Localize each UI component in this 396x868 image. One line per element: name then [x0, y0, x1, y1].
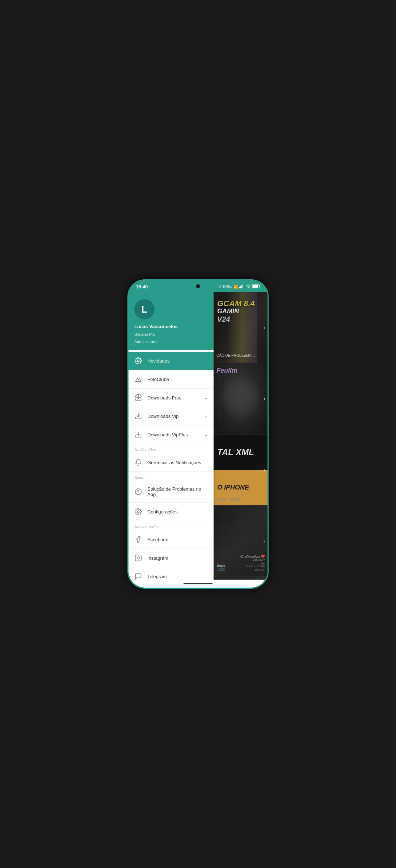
solucao-label: Solução de Problemas no App — [147, 486, 208, 497]
main-content: L Lucas Vasconcelos Usuário Pro Administ… — [129, 292, 267, 580]
card4-info: rZ_aMonaliza ❤️ 216.8MP .jpg 12750 x 170… — [240, 555, 265, 571]
gcam-line1: GCAM 8.4 — [217, 299, 257, 308]
phone-frame: 16:40 0.1KB/s 📶 L Luca — [127, 279, 269, 589]
gcam-line2: GAMIN — [217, 308, 257, 315]
card4-filename: .jpg — [240, 562, 265, 565]
section-ajuda: Ajuda — [129, 472, 214, 481]
card1-chevron: › — [264, 324, 265, 331]
user-role1: Usuário Pro — [134, 332, 208, 336]
card4-dims: 12750 x 17000 — [240, 565, 265, 568]
image-icon: 📷 — [216, 563, 226, 571]
card3-chevron: › — [264, 467, 265, 473]
card4-username: rZ_aMonaliza ❤️ — [240, 555, 265, 558]
sidebar-item-novidades[interactable]: Novidades — [129, 352, 214, 370]
user-name: Lucas Vasconcelos — [134, 324, 208, 329]
help-circle-icon — [134, 488, 142, 496]
face-text: Feulim — [216, 367, 237, 374]
sidebar-item-notificacoes[interactable]: Gerenciar as Notificações — [129, 453, 214, 472]
gcam-line3: V24 — [217, 315, 257, 323]
facebook-icon — [134, 535, 142, 543]
card4-chevron: › — [264, 538, 265, 545]
configuracoes-label: Configurações — [147, 509, 208, 515]
card4-resolution: 216.8MP — [240, 558, 265, 562]
chevron-down-icon-vipplus: ⌄ — [204, 432, 208, 437]
sidebar-item-downloads-vipplus[interactable]: Downloads VipPlus ⌄ — [129, 425, 214, 444]
sidebar-item-telegram[interactable]: Telegram — [129, 567, 214, 580]
sidebar-item-fotoclube[interactable]: FotoClube — [129, 370, 214, 389]
sidebar-item-instagram[interactable]: Instagram — [129, 549, 214, 567]
sidebar-item-downloads-free[interactable]: Downloads Free ⌄ — [129, 389, 214, 407]
sidebar-item-facebook[interactable]: Facebook — [129, 530, 214, 549]
sidebar-nav: Novidades FotoClube — [129, 350, 214, 580]
download-vipplus-icon — [134, 431, 142, 439]
downloads-free-label: Downloads Free — [147, 395, 199, 401]
telegram-icon — [134, 572, 142, 580]
battery-icon — [252, 284, 260, 289]
svg-rect-0 — [239, 287, 240, 288]
fotoclube-label: FotoClube — [147, 377, 208, 382]
notificacoes-label: Gerenciar as Notificações — [147, 460, 208, 465]
svg-rect-1 — [240, 286, 241, 288]
xml-top-text: TAL XML — [217, 447, 254, 457]
xml-bottom-text: O IPHONE — [217, 484, 249, 491]
svg-rect-3 — [243, 284, 243, 288]
download-vip-icon — [134, 412, 142, 420]
mountain-icon — [134, 375, 142, 383]
downloads-vipplus-label: Downloads VipPlus — [147, 432, 199, 437]
home-bar — [184, 583, 212, 584]
avatar: L — [134, 299, 155, 319]
bluetooth-icon: 📶 — [233, 285, 238, 289]
chevron-down-icon: ⌄ — [204, 395, 208, 400]
svg-point-4 — [248, 288, 249, 288]
sidebar-item-downloads-vip[interactable]: Downloads Vip ⌄ — [129, 407, 214, 425]
network-speed: 0.1KB/s — [219, 285, 232, 289]
phone-screen: 16:40 0.1KB/s 📶 L Luca — [129, 280, 267, 588]
wifi-icon — [246, 284, 251, 289]
sidebar: L Lucas Vasconcelos Usuário Pro Administ… — [129, 292, 214, 580]
bell-icon — [134, 458, 142, 466]
instagram-icon — [134, 554, 142, 562]
novidades-label: Novidades — [147, 358, 208, 364]
right-content: GCAM 8.4 GAMIN V24 ÇÃO DE PROBLEMAS COM … — [214, 292, 267, 580]
card-photo[interactable]: 📷 rZ_aMonaliza ❤️ 216.8MP .jpg 12750 x 1… — [214, 506, 267, 576]
signal-icon — [239, 284, 244, 289]
section-notificacoes: Notificações — [129, 444, 214, 453]
card-face[interactable]: Feulim › — [214, 363, 267, 434]
card-xml[interactable]: TAL XML O IPHONE AYHI - PRO › — [214, 435, 267, 505]
svg-rect-6 — [253, 285, 258, 288]
sidebar-header: L Lucas Vasconcelos Usuário Pro Administ… — [129, 292, 214, 350]
card-gcam[interactable]: GCAM 8.4 GAMIN V24 ÇÃO DE PROBLEMAS COM … — [214, 292, 267, 363]
camera-dot — [196, 284, 200, 288]
card1-description: ÇÃO DE PROBLEMAS COM ... — [216, 353, 257, 357]
svg-marker-8 — [136, 378, 141, 382]
gear-icon — [134, 508, 142, 516]
sidebar-item-configuracoes[interactable]: Configurações — [129, 503, 214, 521]
svg-rect-16 — [135, 555, 142, 561]
downloads-vip-label: Downloads Vip — [147, 414, 199, 419]
status-time: 16:40 — [136, 284, 148, 289]
home-indicator — [129, 580, 267, 588]
user-role2: Administrador — [134, 339, 208, 344]
download-free-icon — [134, 394, 142, 402]
svg-rect-2 — [241, 285, 242, 288]
instagram-label: Instagram — [147, 555, 208, 561]
chevron-down-icon-vip: ⌄ — [204, 414, 208, 419]
facebook-label: Facebook — [147, 537, 208, 542]
sidebar-item-solucao[interactable]: Solução de Problemas no App — [129, 481, 214, 503]
svg-point-15 — [138, 511, 139, 513]
section-redes: Nossas redes — [129, 521, 214, 530]
svg-point-7 — [138, 360, 139, 362]
settings-icon — [134, 357, 142, 365]
xml-overlay-text: AYHI - PRO — [216, 497, 257, 502]
card4-size: 102 MB — [240, 568, 265, 571]
status-icons: 0.1KB/s 📶 — [219, 284, 260, 289]
telegram-label: Telegram — [147, 574, 208, 579]
card2-chevron: › — [264, 395, 265, 402]
